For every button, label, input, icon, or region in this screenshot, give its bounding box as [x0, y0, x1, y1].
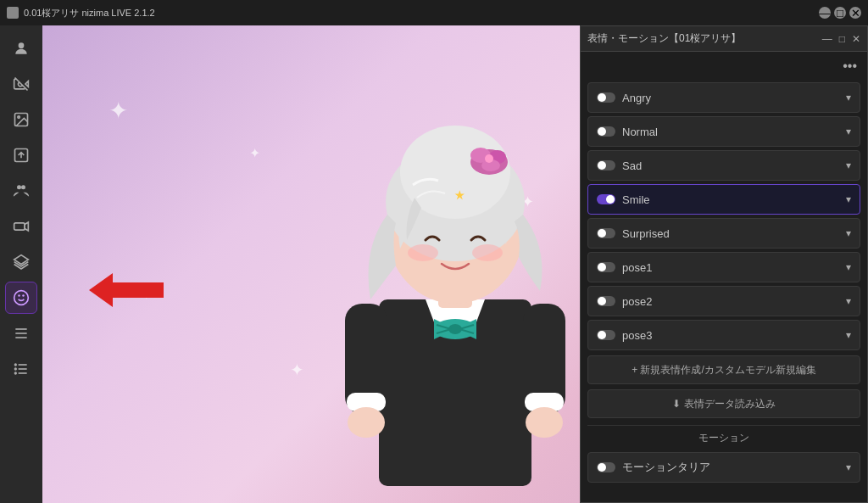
sidebar	[0, 25, 42, 503]
svg-point-44	[485, 154, 493, 163]
svg-point-17	[15, 364, 17, 366]
arrow-head	[89, 273, 113, 307]
svg-point-47	[472, 244, 503, 261]
panel-maximize-button[interactable]: □	[839, 33, 845, 45]
title-bar: 0.01桜アリサ nizima LIVE 2.1.2 — □ ✕	[0, 0, 868, 25]
expr-item-pose1-left: pose1	[597, 261, 652, 274]
expr-item-surprised[interactable]: Surprised ▾	[587, 218, 860, 249]
expr-item-surprised-left: Surprised	[597, 227, 670, 240]
expr-item-smile-left: Smile	[597, 193, 650, 206]
sidebar-item-layers[interactable]	[5, 246, 37, 278]
expr-toggle-pose2[interactable]	[597, 296, 615, 306]
panel-minimize-button[interactable]: —	[822, 33, 832, 45]
panel-title: 表情・モーション【01桜アリサ】	[587, 31, 741, 46]
expr-item-pose2-left: pose2	[597, 295, 652, 308]
expr-item-pose3-left: pose3	[597, 329, 652, 342]
panel-titlebar: 表情・モーション【01桜アリサ】 — □ ✕	[581, 26, 867, 52]
app-title: 0.01桜アリサ nizima LIVE 2.1.2	[24, 7, 155, 20]
expr-label-angry: Angry	[622, 92, 651, 104]
svg-point-0	[19, 42, 25, 48]
expr-toggle-smile[interactable]	[597, 194, 615, 204]
import-expression-button[interactable]: ⬇ 表情データ読み込み	[587, 389, 860, 418]
sidebar-item-people[interactable]	[5, 175, 37, 207]
panel-content: Angry ▾ Normal ▾ Sad ▾	[581, 75, 867, 502]
expr-toggle-angry[interactable]	[597, 92, 615, 103]
panel-menu-dots-button[interactable]: •••	[839, 57, 860, 75]
expr-chevron-pose3[interactable]: ▾	[846, 329, 851, 341]
svg-point-4	[17, 185, 21, 189]
svg-point-46	[408, 244, 438, 261]
sidebar-item-list1[interactable]	[5, 317, 37, 349]
expr-toggle-normal[interactable]	[597, 126, 615, 137]
title-bar-controls: — □ ✕	[819, 7, 861, 19]
sidebar-item-image[interactable]	[5, 103, 37, 136]
expr-item-sad-left: Sad	[597, 159, 642, 172]
sidebar-item-upload[interactable]	[5, 139, 37, 171]
arrow-body	[113, 282, 164, 298]
expr-item-normal[interactable]: Normal ▾	[587, 116, 860, 147]
expr-chevron-smile[interactable]: ▾	[846, 193, 851, 205]
expr-chevron-pose2[interactable]: ▾	[846, 295, 851, 307]
expr-item-pose1[interactable]: pose1 ▾	[587, 252, 860, 282]
expression-motion-panel: 表情・モーション【01桜アリサ】 — □ ✕ ••• Angry ▾	[580, 25, 868, 503]
motion-section-label: モーション	[587, 425, 860, 449]
expr-toggle-sad[interactable]	[597, 160, 615, 170]
import-expression-button-label: ⬇ 表情データ読み込み	[672, 397, 775, 411]
expr-label-smile: Smile	[622, 193, 650, 206]
svg-point-8	[14, 291, 29, 305]
expr-label-pose2: pose2	[622, 295, 652, 308]
svg-point-5	[21, 185, 25, 189]
main-area: ✦ ✦ ✦ ✦ ✦	[0, 25, 868, 503]
svg-point-2	[18, 116, 19, 119]
arrow-indicator	[89, 273, 164, 307]
expr-item-pose2[interactable]: pose2 ▾	[587, 286, 860, 316]
expr-label-sad: Sad	[622, 159, 642, 172]
expr-chevron-motion[interactable]: ▾	[846, 461, 851, 473]
expr-chevron-pose1[interactable]: ▾	[846, 261, 851, 273]
expr-item-smile[interactable]: Smile ▾	[587, 184, 860, 215]
expr-item-angry-left: Angry	[597, 92, 651, 104]
title-maximize-button[interactable]: □	[834, 7, 846, 19]
expr-label-motion: モーションタリア	[622, 460, 710, 475]
sidebar-item-camera-off[interactable]	[5, 68, 37, 100]
expr-item-pose3[interactable]: pose3 ▾	[587, 320, 860, 350]
panel-close-button[interactable]: ✕	[852, 33, 860, 45]
expr-chevron-surprised[interactable]: ▾	[846, 227, 851, 239]
expr-item-angry[interactable]: Angry ▾	[587, 82, 860, 113]
expr-item-motion-left: モーションタリア	[597, 460, 710, 475]
expr-item-motion[interactable]: モーションタリア ▾	[587, 452, 860, 483]
expr-label-pose1: pose1	[622, 261, 652, 274]
title-close-button[interactable]: ✕	[849, 7, 861, 19]
new-expression-button-label: + 新規表情作成/カスタムモデル新規編集	[632, 363, 816, 377]
expr-item-sad[interactable]: Sad ▾	[587, 150, 860, 181]
expr-toggle-surprised[interactable]	[597, 228, 615, 238]
sidebar-item-emoji[interactable]	[5, 282, 37, 314]
svg-point-34	[348, 407, 385, 438]
svg-point-18	[15, 368, 17, 370]
svg-point-19	[15, 372, 17, 374]
sidebar-item-person[interactable]	[5, 32, 37, 64]
new-expression-button[interactable]: + 新規表情作成/カスタムモデル新規編集	[587, 355, 860, 384]
expr-item-normal-left: Normal	[597, 126, 658, 138]
expr-toggle-pose1[interactable]	[597, 262, 615, 272]
character-illustration	[294, 62, 616, 503]
expr-toggle-pose3[interactable]	[597, 330, 615, 340]
expr-chevron-normal[interactable]: ▾	[846, 126, 851, 137]
sidebar-item-list2[interactable]	[5, 353, 37, 385]
sparkle-1: ✦	[108, 97, 128, 125]
sidebar-item-record[interactable]	[5, 210, 37, 243]
expr-chevron-angry[interactable]: ▾	[846, 92, 851, 103]
expr-chevron-sad[interactable]: ▾	[846, 159, 851, 171]
expr-label-surprised: Surprised	[622, 227, 670, 240]
expr-toggle-motion[interactable]	[597, 462, 615, 472]
expr-label-pose3: pose3	[622, 329, 652, 342]
sparkle-2: ✦	[249, 145, 260, 161]
title-minimize-button[interactable]: —	[819, 7, 831, 19]
title-bar-left: 0.01桜アリサ nizima LIVE 2.1.2	[7, 7, 155, 20]
svg-point-35	[526, 407, 563, 438]
app-icon	[7, 7, 19, 19]
panel-controls: — □ ✕	[822, 33, 860, 45]
svg-rect-6	[14, 223, 25, 230]
expr-label-normal: Normal	[622, 126, 658, 138]
